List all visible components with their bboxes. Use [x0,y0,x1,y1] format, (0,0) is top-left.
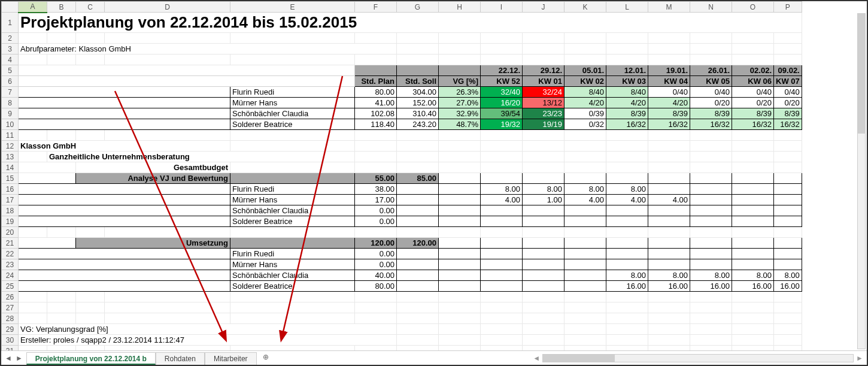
page-title[interactable]: Projektplanung von 22.12.2014 bis 15.02.… [19,13,802,33]
row-header[interactable]: 7 [2,87,19,98]
tab-nav-buttons[interactable]: ◄ ► [1,351,26,365]
horizontal-scrollbar[interactable]: ◄ ► [275,351,867,365]
column-header[interactable]: L [606,2,648,13]
row-header[interactable]: 17 [2,195,19,205]
scroll-left-icon[interactable]: ◄ [533,354,540,362]
add-sheet-button[interactable]: ⊕ [257,351,275,365]
row-header[interactable]: 3 [2,44,19,55]
abrufparameter[interactable]: Abrufparameter: Klasson GmbH [19,44,397,55]
spreadsheet-window: ABCDEFGHIJKLMNOP1Projektplanung von 22.1… [0,0,868,366]
column-header[interactable]: E [230,2,355,13]
row-header[interactable]: 5 [2,65,19,76]
row-header[interactable]: 6 [2,76,19,87]
row-header[interactable]: 23 [2,259,19,270]
sheet-tab[interactable]: Mitarbeiter [205,352,257,365]
row-header[interactable]: 4 [2,55,19,65]
column-header[interactable]: I [481,2,523,13]
row-header[interactable]: 22 [2,249,19,259]
row-header[interactable]: 21 [2,238,19,249]
column-header[interactable]: D [105,2,230,13]
sheet-area[interactable]: ABCDEFGHIJKLMNOP1Projektplanung von 22.1… [1,1,867,350]
row-header[interactable]: 18 [2,205,19,216]
column-header[interactable]: H [439,2,481,13]
row-header[interactable]: 28 [2,313,19,324]
row-header[interactable]: 16 [2,184,19,195]
vertical-scrollbar[interactable] [857,13,866,349]
row-header[interactable]: 12 [2,141,19,152]
sheet-tab[interactable]: Rohdaten [156,352,205,365]
column-header[interactable]: P [774,2,802,13]
row-header[interactable]: 20 [2,227,19,238]
sheet-tab[interactable]: Projektplanung von 22.12.2014 b [26,352,156,365]
column-header[interactable]: M [648,2,690,13]
column-header[interactable]: C [76,2,105,13]
horizontal-scroll-thumb[interactable] [543,355,615,362]
row-header[interactable]: 26 [2,292,19,303]
tab-nav-prev-icon[interactable]: ◄ [5,354,12,362]
row-header[interactable]: 8 [2,98,19,108]
column-header[interactable]: A [19,2,47,13]
column-header[interactable]: F [355,2,397,13]
column-header[interactable]: O [732,2,774,13]
row-header[interactable]: 14 [2,162,19,173]
row-header[interactable]: 19 [2,216,19,227]
column-header[interactable]: G [397,2,439,13]
column-header[interactable]: J [523,2,564,13]
column-header[interactable]: B [47,2,76,13]
row-header[interactable]: 11 [2,130,19,141]
scroll-right-icon[interactable]: ► [856,354,863,362]
column-header[interactable]: N [690,2,732,13]
row-header[interactable]: 10 [2,119,19,130]
row-header[interactable]: 13 [2,152,19,162]
row-header[interactable]: 15 [2,173,19,184]
row-header[interactable]: 1 [2,13,19,33]
vertical-scroll-thumb[interactable] [858,14,865,134]
column-header[interactable]: K [564,2,606,13]
select-all-corner[interactable] [2,2,19,13]
row-header[interactable]: 31 [2,346,19,351]
row-header[interactable]: 27 [2,303,19,313]
row-header[interactable]: 2 [2,33,19,44]
row-header[interactable]: 25 [2,281,19,292]
sheet-tab-bar: ◄ ► Projektplanung von 22.12.2014 bRohda… [1,350,867,365]
row-header[interactable]: 29 [2,324,19,335]
tab-nav-next-icon[interactable]: ► [16,354,23,362]
row-header[interactable]: 9 [2,108,19,119]
row-header[interactable]: 30 [2,335,19,346]
row-header[interactable]: 24 [2,270,19,281]
worksheet-grid[interactable]: ABCDEFGHIJKLMNOP1Projektplanung von 22.1… [1,1,802,350]
